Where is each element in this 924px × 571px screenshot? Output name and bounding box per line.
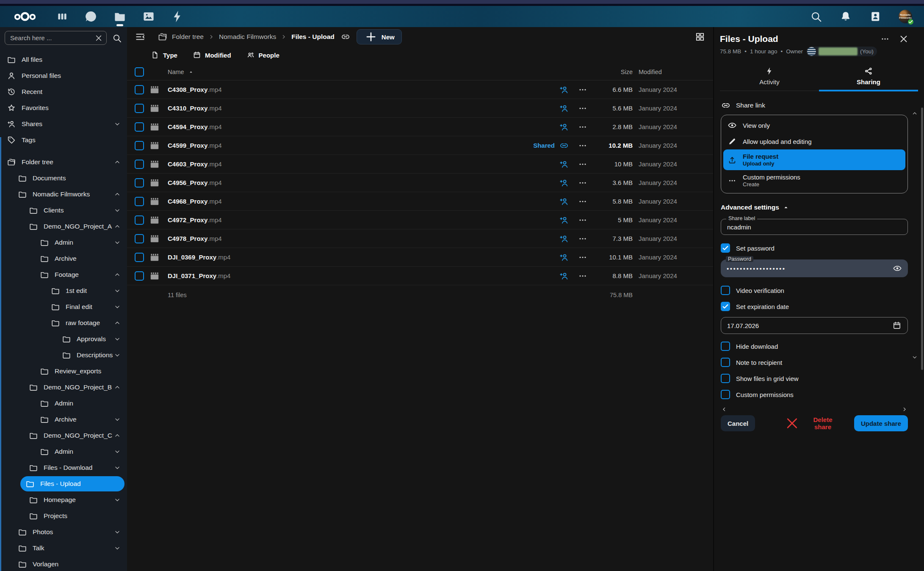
- share-option-custom-permissions[interactable]: Custom permissions Create: [723, 170, 905, 191]
- video-verification-checkbox-row[interactable]: Video verification: [721, 286, 908, 295]
- note-to-recipient-checkbox[interactable]: [721, 358, 730, 367]
- chevron-down-icon[interactable]: [113, 120, 121, 128]
- sidebar-item-tags[interactable]: Tags: [0, 132, 127, 148]
- row-checkbox[interactable]: [135, 271, 144, 281]
- row-checkbox[interactable]: [135, 178, 144, 188]
- grid-view-toggle-icon[interactable]: [694, 31, 705, 42]
- chevron-down-icon[interactable]: [113, 416, 121, 423]
- chevron-down-icon[interactable]: [113, 351, 121, 359]
- chevron-down-icon[interactable]: [113, 287, 121, 295]
- sidebar-item-recent[interactable]: Recent: [0, 84, 127, 100]
- sidebar-magnifier-icon[interactable]: [112, 33, 122, 43]
- row-actions-icon[interactable]: [578, 252, 588, 262]
- files-app-icon[interactable]: [113, 9, 127, 24]
- custom-permissions-checkbox-row[interactable]: Custom permissions: [721, 390, 908, 399]
- dashboard-app-icon[interactable]: [55, 9, 69, 24]
- row-actions-icon[interactable]: [578, 103, 588, 113]
- tree-item-footage[interactable]: Footage: [0, 267, 127, 283]
- advanced-settings-toggle[interactable]: Advanced settings: [721, 204, 908, 211]
- table-row[interactable]: C4308_Proxy.mp4 6.6 MB January 2024: [127, 80, 713, 99]
- filter-type[interactable]: Type: [151, 51, 177, 59]
- table-row[interactable]: C4310_Proxy.mp4 5.6 MB January 2024: [127, 99, 713, 118]
- panel-actions-icon[interactable]: [880, 34, 890, 44]
- video-verification-checkbox[interactable]: [721, 286, 730, 295]
- row-actions-icon[interactable]: [578, 178, 588, 188]
- talk-app-icon[interactable]: [84, 9, 98, 24]
- chevron-up-icon[interactable]: [113, 271, 121, 279]
- scroll-left-icon[interactable]: [721, 406, 728, 413]
- column-header-modified[interactable]: Modified: [639, 69, 702, 75]
- chevron-down-icon[interactable]: [113, 207, 121, 214]
- cancel-button[interactable]: Cancel: [721, 415, 755, 431]
- hide-download-checkbox-row[interactable]: Hide download: [721, 342, 908, 351]
- close-panel-icon[interactable]: [899, 34, 909, 44]
- tab-activity[interactable]: Activity: [720, 62, 819, 91]
- share-with-people-icon[interactable]: [559, 178, 569, 188]
- share-with-people-icon[interactable]: [559, 196, 569, 207]
- tree-item-photos[interactable]: Photos: [0, 524, 127, 540]
- share-with-people-icon[interactable]: [559, 271, 569, 281]
- update-share-button[interactable]: Update share: [854, 415, 908, 431]
- tree-item-clients[interactable]: Clients: [0, 202, 127, 218]
- hide-download-checkbox[interactable]: [721, 342, 730, 351]
- show-password-eye-icon[interactable]: [893, 264, 902, 273]
- filter-people[interactable]: People: [246, 51, 279, 59]
- row-checkbox[interactable]: [135, 234, 144, 243]
- tree-item-final-edit[interactable]: Final edit: [0, 299, 127, 315]
- chevron-down-icon[interactable]: [113, 544, 121, 552]
- collapse-sidebar-icon[interactable]: [135, 31, 146, 42]
- delete-share-button[interactable]: Delete share: [772, 415, 838, 431]
- tree-item-descriptions[interactable]: Descriptions: [0, 347, 127, 363]
- set-expiration-checkbox-row[interactable]: Set expiration date: [721, 302, 908, 311]
- share-with-people-icon[interactable]: [559, 234, 569, 244]
- breadcrumb-current[interactable]: Files - Upload: [291, 33, 335, 41]
- show-grid-view-checkbox-row[interactable]: Show files in grid view: [721, 374, 908, 383]
- tree-item-archive[interactable]: Archive: [0, 411, 127, 428]
- chevron-up-icon[interactable]: [113, 223, 121, 230]
- photos-app-icon[interactable]: [141, 9, 156, 24]
- set-expiration-checkbox[interactable]: [721, 302, 730, 311]
- table-row[interactable]: C4978_Proxy.mp4 7.3 MB January 2024: [127, 229, 713, 248]
- share-option-view-only[interactable]: View only: [723, 117, 905, 133]
- tree-item-demo-ngo-project-a[interactable]: Demo_NGO_Project_A: [0, 218, 127, 234]
- share-with-people-icon[interactable]: [559, 122, 569, 132]
- row-checkbox[interactable]: [135, 253, 144, 262]
- tree-item-review-exports[interactable]: Review_exports: [0, 363, 127, 379]
- notifications-bell-icon[interactable]: [839, 10, 852, 23]
- search-box[interactable]: [5, 31, 107, 45]
- row-actions-icon[interactable]: [578, 122, 588, 132]
- filter-modified[interactable]: Modified: [193, 51, 231, 59]
- table-row[interactable]: C4972_Proxy.mp4 5 MB January 2024: [127, 211, 713, 229]
- chevron-down-icon[interactable]: [113, 464, 121, 472]
- breadcrumb-item[interactable]: Nomadic Filmworks: [219, 33, 276, 41]
- tree-item-demo-ngo-project-b[interactable]: Demo_NGO_Project_B: [0, 379, 127, 395]
- show-grid-view-checkbox[interactable]: [721, 374, 730, 383]
- tree-item-talk[interactable]: Talk: [0, 540, 127, 556]
- tree-item-admin[interactable]: Admin: [0, 234, 127, 251]
- sidebar-item-personal-files[interactable]: Personal files: [0, 68, 127, 84]
- new-button[interactable]: New: [357, 29, 402, 44]
- chevron-down-icon[interactable]: [113, 448, 121, 455]
- password-field[interactable]: Password ••••••••••••••••••: [721, 259, 908, 277]
- share-label-field[interactable]: Share label ncadmin: [721, 219, 908, 235]
- chevron-down-icon[interactable]: [113, 496, 121, 504]
- row-actions-icon[interactable]: [578, 85, 588, 95]
- chevron-up-icon[interactable]: [113, 383, 121, 391]
- tree-item-projects[interactable]: Projects: [0, 508, 127, 524]
- table-row[interactable]: DJI_0371_Proxy.mp4 8.8 MB January 2024: [127, 267, 713, 285]
- sidebar-item-favorites[interactable]: Favorites: [0, 100, 127, 116]
- row-checkbox[interactable]: [135, 104, 144, 113]
- row-actions-icon[interactable]: [578, 234, 588, 244]
- row-checkbox[interactable]: [135, 141, 144, 150]
- column-header-name[interactable]: Name: [168, 69, 517, 75]
- search-icon[interactable]: [810, 10, 822, 23]
- row-actions-icon[interactable]: [578, 159, 588, 169]
- share-with-people-icon[interactable]: [559, 159, 569, 169]
- tree-item-raw-footage[interactable]: raw footage: [0, 315, 127, 331]
- share-option-allow-upload-and-editing[interactable]: Allow upload and editing: [723, 133, 905, 149]
- share-with-people-icon[interactable]: [559, 215, 569, 225]
- scroll-right-icon[interactable]: [901, 406, 908, 413]
- account-avatar[interactable]: Nomadic Filmworks: [899, 10, 912, 23]
- table-row[interactable]: C4594_Proxy.mp4 2.8 MB January 2024: [127, 118, 713, 136]
- tree-item-approvals[interactable]: Approvals: [0, 331, 127, 347]
